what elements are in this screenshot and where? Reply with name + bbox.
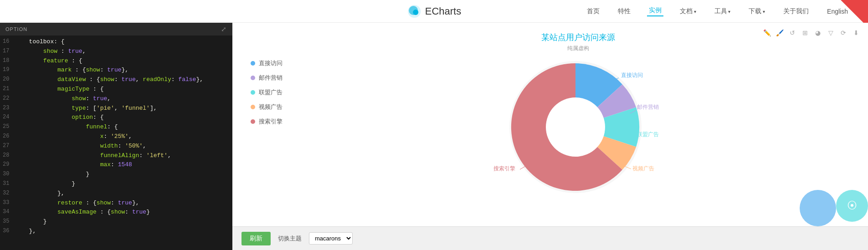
bottom-decorative-icons: ⦿ <box>800 190 868 226</box>
code-line: 21 magicType : { <box>0 85 232 94</box>
line-code: funnel: { <box>15 122 232 132</box>
line-code: dataView : {show: true, readOnly: false}… <box>15 75 232 85</box>
main-content: OPTION ⤢ 16 toolbox: {17 show : true,18 … <box>0 23 868 250</box>
bottom-bar: 刷新 切换主题 macarons default dark shine roma <box>232 226 868 250</box>
legend-search: 搜索引擎 <box>251 117 292 126</box>
legend-dot-alliance <box>251 90 255 95</box>
connect-icon: ⦿ <box>847 200 857 212</box>
theme-select[interactable]: macarons default dark shine roma <box>309 232 353 245</box>
pie-chart-svg: 直接访问 邮件营销 联盟广告 视频广告 搜索引擎 <box>480 38 671 211</box>
bottom-circle-teal: ⦿ <box>836 190 868 222</box>
nav-home[interactable]: 首页 <box>585 7 601 15</box>
legend-label-direct: 直接访问 <box>259 59 282 67</box>
line-number: 34 <box>0 208 15 217</box>
line-code: saveAsImage : {show: true} <box>15 208 232 217</box>
line-code: } <box>15 170 232 179</box>
legend-video: 视频广告 <box>251 103 292 111</box>
line-code: max: 1548 <box>15 160 232 170</box>
nav-about[interactable]: 关于我们 <box>781 7 811 15</box>
option-label: OPTION <box>5 26 27 32</box>
nav-download[interactable]: 下载 <box>747 7 767 15</box>
legend-label-video: 视频广告 <box>259 103 282 111</box>
line-code: x: '25%', <box>15 132 232 142</box>
legend-dot-search <box>251 119 255 124</box>
code-line: 24 option: { <box>0 113 232 122</box>
line-number: 35 <box>0 217 15 227</box>
code-content[interactable]: 16 toolbox: {17 show : true,18 feature :… <box>0 36 232 248</box>
line-code: funnelAlign: 'left', <box>15 151 232 161</box>
theme-label: 切换主题 <box>278 235 302 243</box>
line-number: 30 <box>0 170 15 179</box>
pie-label-alliance: 联盟广告 <box>637 131 659 138</box>
pie-label-email: 邮件营销 <box>637 104 659 110</box>
code-line: 23 type: ['pie', 'funnel'], <box>0 104 232 113</box>
line-code: toolbox: { <box>15 37 232 47</box>
line-code: mark : {show: true}, <box>15 66 232 75</box>
chart-area: 直接访问 邮件营销 联盟广告 视频广告 搜索引擎 <box>232 23 868 226</box>
line-number: 18 <box>0 56 15 66</box>
line-code: show : true, <box>15 47 232 56</box>
line-code: }, <box>15 189 232 199</box>
legend-dot-direct <box>251 61 255 66</box>
line-number: 23 <box>0 104 15 113</box>
code-line: 25 funnel: { <box>0 122 232 132</box>
donut-hole <box>546 97 605 157</box>
line-code: restore : {show: true}, <box>15 199 232 208</box>
nav-features[interactable]: 特性 <box>616 7 632 15</box>
nav-examples[interactable]: 实例 <box>647 6 663 16</box>
line-number: 26 <box>0 132 15 142</box>
code-line: 36 }, <box>0 227 232 236</box>
code-line: 35 } <box>0 217 232 227</box>
code-line: 32 }, <box>0 189 232 199</box>
navbar: ECharts 首页 特性 实例 文档 工具 下载 关于我们 English <box>0 0 868 23</box>
code-line: 34 saveAsImage : {show: true} <box>0 208 232 217</box>
code-line: 29 max: 1548 <box>0 160 232 170</box>
line-number: 24 <box>0 113 15 122</box>
line-number: 22 <box>0 94 15 104</box>
code-line: 20 dataView : {show: true, readOnly: fal… <box>0 75 232 85</box>
chart-legend: 直接访问 邮件营销 联盟广告 视频广告 搜索引擎 <box>241 32 292 217</box>
refresh-button[interactable]: 刷新 <box>241 232 271 245</box>
line-number: 16 <box>0 37 15 47</box>
line-number: 28 <box>0 151 15 161</box>
code-line: 26 x: '25%', <box>0 132 232 142</box>
bottom-circle-blue <box>800 190 836 226</box>
nav-docs[interactable]: 文档 <box>678 7 698 15</box>
line-code: feature : { <box>15 56 232 66</box>
line-code: width: '50%', <box>15 142 232 151</box>
code-line: 27 width: '50%', <box>0 142 232 151</box>
legend-alliance: 联盟广告 <box>251 88 292 97</box>
nav-tools[interactable]: 工具 <box>713 7 733 15</box>
pie-label-video: 视频广告 <box>632 165 654 172</box>
line-code: }, <box>15 227 232 236</box>
svg-point-2 <box>413 10 418 15</box>
code-line: 17 show : true, <box>0 47 232 56</box>
pie-container: 直接访问 邮件营销 联盟广告 视频广告 搜索引擎 <box>292 32 859 217</box>
code-panel-header: OPTION ⤢ <box>0 23 232 36</box>
legend-direct: 直接访问 <box>251 59 292 67</box>
nav-menu: 首页 特性 实例 文档 工具 下载 关于我们 English <box>585 6 850 16</box>
pie-label-direct: 直接访问 <box>621 72 643 78</box>
code-line: 33 restore : {show: true}, <box>0 199 232 208</box>
code-line: 28 funnelAlign: 'left', <box>0 151 232 161</box>
line-number: 29 <box>0 160 15 170</box>
brand: ECharts <box>407 4 461 19</box>
code-panel: OPTION ⤢ 16 toolbox: {17 show : true,18 … <box>0 23 232 250</box>
code-line: 31 } <box>0 179 232 189</box>
expand-icon[interactable]: ⤢ <box>221 26 227 33</box>
line-number: 31 <box>0 179 15 189</box>
line-code: } <box>15 217 232 227</box>
line-number: 19 <box>0 66 15 75</box>
code-line: 22 show: true, <box>0 94 232 104</box>
line-number: 27 <box>0 142 15 151</box>
legend-label-search: 搜索引擎 <box>259 117 282 126</box>
line-code: magicType : { <box>15 85 232 94</box>
line-number: 25 <box>0 122 15 132</box>
code-line: 19 mark : {show: true}, <box>0 66 232 75</box>
line-number: 32 <box>0 189 15 199</box>
pie-label-search: 搜索引擎 <box>493 165 515 172</box>
legend-email: 邮件营销 <box>251 74 292 82</box>
line-number: 20 <box>0 75 15 85</box>
legend-label-email: 邮件营销 <box>259 74 282 82</box>
brand-name: ECharts <box>425 5 461 17</box>
